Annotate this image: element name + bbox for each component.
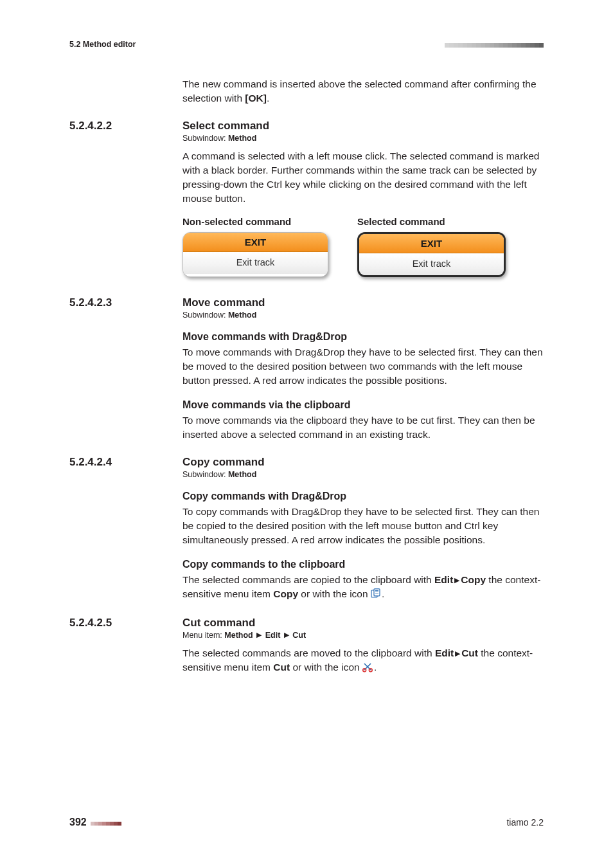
page-footer: 392 tiamo 2.2 xyxy=(69,817,544,828)
move-p2: To move commands via the clipboard they … xyxy=(182,413,544,442)
heading-title: Copy command xyxy=(182,456,265,469)
move-clipboard-paragraph: To move commands via the clipboard they … xyxy=(182,413,544,442)
copy-icon xyxy=(371,588,382,602)
heading-number: 5.2.4.2.5 xyxy=(69,617,182,629)
heading-cut-command: 5.2.4.2.5 Cut command xyxy=(69,617,544,629)
footer-ornament xyxy=(91,817,121,828)
selected-command-box: EXIT Exit track xyxy=(357,232,506,277)
heading-title: Move command xyxy=(182,296,265,309)
cmd-body-sel: Exit track xyxy=(359,253,504,275)
menu-edit: Edit xyxy=(265,631,281,640)
copy-p1: To copy commands with Drag&Drop they hav… xyxy=(182,505,544,547)
subwindow-line: Subwindow: Method xyxy=(182,470,544,479)
menu-cut: Cut xyxy=(461,647,478,658)
intro-period: . xyxy=(267,93,269,104)
copy-dragdrop-paragraph: To copy commands with Drag&Drop they hav… xyxy=(182,505,544,547)
menu-edit: Edit xyxy=(434,574,453,585)
subwindow-line: Subwindow: Method xyxy=(182,134,544,143)
cut-pa: The selected commands are moved to the c… xyxy=(182,647,435,658)
menu-edit: Edit xyxy=(435,647,454,658)
cut-paragraph: The selected commands are moved to the c… xyxy=(182,646,544,676)
heading-move-command: 5.2.4.2.3 Move command xyxy=(69,296,544,309)
heading-copy-command: 5.2.4.2.4 Copy command xyxy=(69,456,544,469)
copy-clipboard-heading: Copy commands to the clipboard xyxy=(182,559,544,570)
ok-label: [OK] xyxy=(245,93,267,104)
subwindow-value: Method xyxy=(228,134,256,143)
cmd-head-nonsel: EXIT xyxy=(183,233,328,252)
menu-method: Method xyxy=(224,631,253,640)
svg-point-7 xyxy=(363,669,366,672)
footer-left: 392 xyxy=(69,817,121,828)
subwindow-prefix: Subwindow: xyxy=(182,470,228,479)
move-dragdrop-heading: Move commands with Drag&Drop xyxy=(182,331,544,343)
page-number: 392 xyxy=(69,817,87,828)
header-section-label: 5.2 Method editor xyxy=(69,40,136,49)
copy-word: Copy xyxy=(273,588,298,599)
menu-item-line: Menu item: Method ▶ Edit ▶ Cut xyxy=(182,631,544,640)
subwindow-value: Method xyxy=(228,311,256,320)
subwindow-value: Method xyxy=(228,470,256,479)
heading-title: Cut command xyxy=(182,617,255,629)
svg-rect-1 xyxy=(374,589,380,596)
subwindow-prefix: Subwindow: xyxy=(182,311,228,320)
copy-dragdrop-heading: Copy commands with Drag&Drop xyxy=(182,491,544,502)
select-command-paragraph: A command is selected with a left mouse … xyxy=(182,149,544,206)
nonselected-label: Non-selected command xyxy=(182,216,357,227)
subwindow-prefix: Subwindow: xyxy=(182,134,228,143)
cmd-head-sel: EXIT xyxy=(359,234,504,253)
nonselected-command-box: EXIT Exit track xyxy=(182,232,328,277)
product-name: tiamo 2.2 xyxy=(506,817,544,827)
page-header: 5.2 Method editor xyxy=(69,39,544,50)
header-ornament xyxy=(445,39,544,50)
menu-separator-icon: ▶ xyxy=(453,576,461,584)
copy-p2c: or with the icon xyxy=(298,588,371,599)
menu-separator-icon: ▶ xyxy=(454,649,461,657)
heading-title: Select command xyxy=(182,120,269,132)
heading-number: 5.2.4.2.3 xyxy=(69,296,182,309)
menu-separator-icon: ▶ xyxy=(255,631,263,638)
cut-pc: or with the icon xyxy=(290,662,362,673)
cut-word: Cut xyxy=(273,662,290,673)
cut-icon xyxy=(362,662,374,676)
heading-number: 5.2.4.2.2 xyxy=(69,120,182,132)
selected-label: Selected command xyxy=(357,216,532,227)
intro-paragraph: The new command is inserted above the se… xyxy=(182,77,544,105)
copy-p2a: The selected commands are copied to the … xyxy=(182,574,434,585)
cut-period: . xyxy=(374,662,377,673)
move-clipboard-heading: Move commands via the clipboard xyxy=(182,399,544,411)
subwindow-line: Subwindow: Method xyxy=(182,311,544,320)
copy-clipboard-paragraph: The selected commands are copied to the … xyxy=(182,573,544,602)
menu-separator-icon: ▶ xyxy=(283,631,290,638)
command-figure: Non-selected command Selected command EX… xyxy=(182,216,544,277)
heading-select-command: 5.2.4.2.2 Select command xyxy=(69,120,544,132)
copy-period: . xyxy=(382,588,384,599)
menu-prefix: Menu item: xyxy=(182,631,224,640)
heading-number: 5.2.4.2.4 xyxy=(69,456,182,469)
menu-cut: Cut xyxy=(292,631,306,640)
move-p1: To move commands with Drag&Drop they hav… xyxy=(182,345,544,388)
intro-text: The new command is inserted above the se… xyxy=(182,78,537,104)
menu-copy: Copy xyxy=(461,574,486,585)
select-paragraph-text: A command is selected with a left mouse … xyxy=(182,149,544,206)
move-dragdrop-paragraph: To move commands with Drag&Drop they hav… xyxy=(182,345,544,388)
cmd-body-nonsel: Exit track xyxy=(183,252,328,274)
